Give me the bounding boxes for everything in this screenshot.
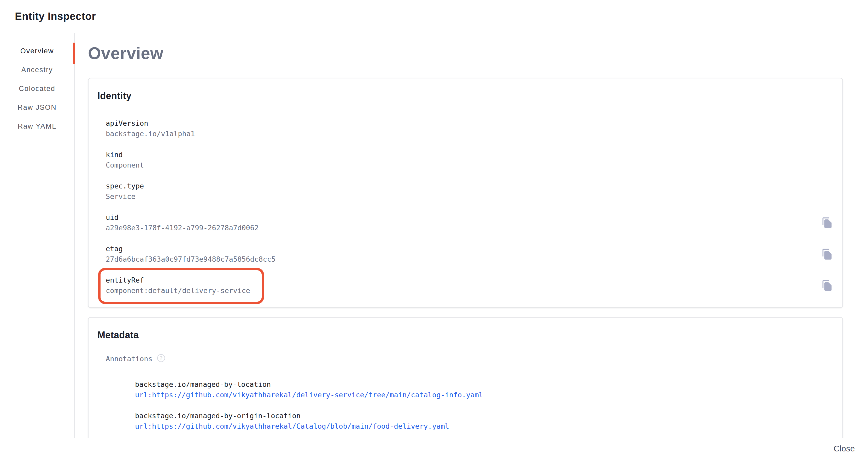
annotation-link[interactable]: url:https://github.com/vikyathharekal/Ca… — [135, 421, 834, 432]
dialog-title: Entity Inspector — [15, 10, 96, 22]
annotation-link[interactable]: url:https://github.com/vikyathharekal/de… — [135, 390, 834, 400]
metadata-card: Metadata Annotations ? backstage.io/mana… — [88, 317, 843, 438]
identity-card-title: Identity — [97, 90, 834, 102]
copy-icon — [822, 280, 833, 291]
field-label: spec.type — [106, 181, 144, 191]
tab-overview[interactable]: Overview — [0, 41, 74, 60]
metadata-card-title: Metadata — [97, 329, 834, 341]
identity-field-row: uid a29e98e3-178f-4192-a799-26278a7d0062 — [106, 212, 834, 233]
tab-raw-json[interactable]: Raw JSON — [0, 98, 74, 117]
identity-fields: apiVersion backstage.io/v1alpha1 kind Co… — [106, 118, 834, 296]
identity-field-row: spec.type Service — [106, 181, 834, 202]
field-value: component:default/delivery-service — [106, 285, 250, 296]
identity-field-row: etag 27d6a6bcaf363a0c97fd73e9488c7a5856d… — [106, 243, 834, 264]
copy-icon — [822, 248, 833, 260]
field-label: uid — [106, 212, 258, 223]
field-value: 27d6a6bcaf363a0c97fd73e9488c7a5856dc8cc5 — [106, 254, 276, 264]
identity-field: uid a29e98e3-178f-4192-a799-26278a7d0062 — [106, 212, 258, 233]
field-label: kind — [106, 149, 144, 160]
field-label: entityRef — [106, 275, 250, 285]
copy-button[interactable] — [821, 248, 834, 260]
annotation-key: backstage.io/managed-by-location — [135, 379, 834, 390]
identity-field-row: kind Component — [106, 149, 834, 170]
copy-button[interactable] — [821, 279, 834, 292]
content-area: Overview Identity apiVersion backstage.i… — [75, 33, 868, 438]
identity-field: etag 27d6a6bcaf363a0c97fd73e9488c7a5856d… — [106, 243, 276, 264]
field-value: Service — [106, 191, 144, 202]
dialog-body: OverviewAncestryColocatedRaw JSONRaw YAM… — [0, 33, 868, 438]
annotation-row: backstage.io/managed-by-location url:htt… — [135, 379, 834, 400]
identity-field-row: entityRef component:default/delivery-ser… — [106, 275, 834, 296]
identity-field-row: apiVersion backstage.io/v1alpha1 — [106, 118, 834, 139]
dialog-header: Entity Inspector — [0, 0, 868, 33]
annotation-key: backstage.io/managed-by-origin-location — [135, 411, 834, 421]
identity-field: kind Component — [106, 149, 144, 170]
close-button[interactable]: Close — [830, 441, 859, 456]
annotation-row: backstage.io/managed-by-origin-location … — [135, 411, 834, 432]
active-tab-indicator — [73, 42, 75, 64]
help-icon[interactable]: ? — [157, 354, 165, 362]
annotations-section: Annotations ? — [106, 354, 834, 364]
tab-colocated[interactable]: Colocated — [0, 79, 74, 98]
field-label: etag — [106, 243, 276, 254]
identity-card: Identity apiVersion backstage.io/v1alpha… — [88, 78, 843, 308]
tab-raw-yaml[interactable]: Raw YAML — [0, 117, 74, 136]
field-label: apiVersion — [106, 118, 195, 128]
copy-button[interactable] — [821, 217, 834, 229]
inspector-tabs: OverviewAncestryColocatedRaw JSONRaw YAM… — [0, 33, 75, 438]
copy-icon — [822, 217, 833, 228]
identity-field: spec.type Service — [106, 181, 144, 202]
field-value: Component — [106, 160, 144, 170]
annotations-label: Annotations — [106, 354, 153, 364]
dialog-footer: Close — [0, 438, 868, 459]
annotations-list: backstage.io/managed-by-location url:htt… — [135, 379, 834, 432]
identity-field: entityRef component:default/delivery-ser… — [106, 275, 250, 296]
tab-ancestry[interactable]: Ancestry — [0, 60, 74, 79]
field-value: a29e98e3-178f-4192-a799-26278a7d0062 — [106, 223, 258, 233]
page-title: Overview — [88, 44, 843, 63]
entity-inspector-dialog: Entity Inspector OverviewAncestryColocat… — [0, 0, 868, 459]
identity-field: apiVersion backstage.io/v1alpha1 — [106, 118, 195, 139]
field-value: backstage.io/v1alpha1 — [106, 128, 195, 139]
